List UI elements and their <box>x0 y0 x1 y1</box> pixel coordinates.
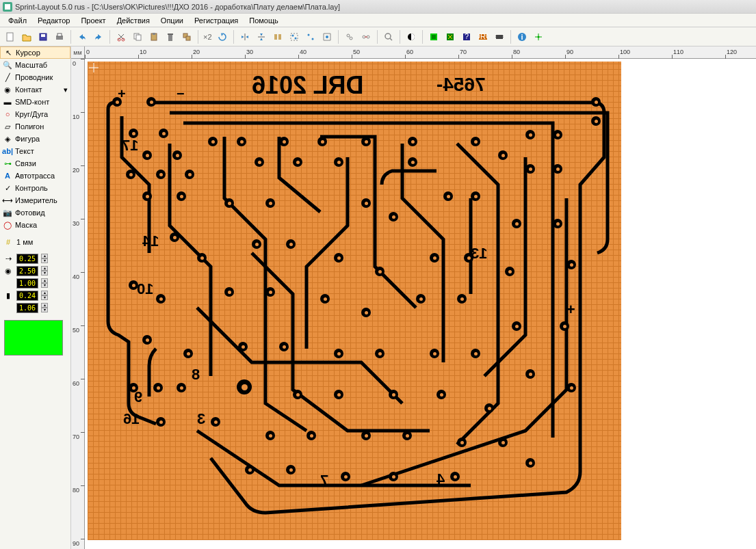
svg-rect-41 <box>503 36 504 36</box>
duplicate-button[interactable] <box>179 29 194 44</box>
tool-mask[interactable]: ◯Маска <box>0 219 70 231</box>
tool-autoroute[interactable]: AАвтотрасса <box>0 170 70 182</box>
svg-point-20 <box>291 34 294 36</box>
menu-help[interactable]: Помощь <box>244 15 284 26</box>
components-button[interactable] <box>492 29 507 44</box>
tool-pad[interactable]: ◉Контакт▾ <box>0 83 70 96</box>
cursor-icon: ↖ <box>3 48 13 57</box>
window-title: Sprint-Layout 5.0 rus - [C:\Users\OK\Pic… <box>15 3 340 11</box>
undo-button[interactable] <box>75 29 90 44</box>
pad-outer-param[interactable]: ◉2.50▴▾ <box>3 265 68 276</box>
menu-actions[interactable]: Действия <box>112 15 155 26</box>
svg-rect-14 <box>168 34 173 35</box>
mirror-h-button[interactable] <box>237 29 252 44</box>
spin-down[interactable]: ▾ <box>41 271 48 276</box>
menu-file[interactable]: Файл <box>3 15 32 26</box>
svg-rect-38 <box>496 35 503 39</box>
tool-polygon[interactable]: ▱Полигон <box>0 120 70 133</box>
origin-button[interactable] <box>531 29 546 44</box>
svg-rect-40 <box>495 37 496 38</box>
tool-shape[interactable]: ◈Фигура <box>0 133 70 145</box>
svg-rect-39 <box>495 36 496 36</box>
snap-button[interactable] <box>320 29 335 44</box>
width-icon: ⇢ <box>3 254 14 263</box>
spin-up[interactable]: ▴ <box>41 278 48 283</box>
layer2-button[interactable] <box>443 29 458 44</box>
open-button[interactable] <box>19 29 34 44</box>
group-button[interactable] <box>287 29 302 44</box>
link1-button[interactable] <box>342 29 357 44</box>
link-icon: ⊶ <box>3 159 12 168</box>
redo-button[interactable] <box>91 29 106 44</box>
cut-button[interactable] <box>114 29 129 44</box>
help-button[interactable]: ? <box>459 29 474 44</box>
menu-editor[interactable]: Редактор <box>32 15 75 26</box>
svg-rect-32 <box>432 35 436 39</box>
circle-icon: ○ <box>3 109 12 119</box>
svg-point-29 <box>385 34 391 39</box>
spin-up[interactable]: ▴ <box>41 254 48 258</box>
new-button[interactable] <box>3 29 18 44</box>
dropdown-icon: ▾ <box>64 85 68 94</box>
menu-registration[interactable]: Регистрация <box>189 15 244 26</box>
spin-down[interactable]: ▾ <box>41 308 48 312</box>
svg-rect-10 <box>136 35 141 40</box>
drc-button[interactable]: DRC <box>475 29 491 44</box>
layer-color-swatch[interactable] <box>4 320 63 356</box>
via-inner-param[interactable]: 1.06▴▾ <box>3 302 68 313</box>
pcb-canvas[interactable]: DRL 2016 7654- + − 17 14 13 10 + 8 9 16 … <box>85 59 756 549</box>
tool-cursor[interactable]: ↖Курсор <box>0 46 70 59</box>
save-button[interactable] <box>36 29 51 44</box>
spin-down[interactable]: ▾ <box>41 295 48 300</box>
info-button[interactable]: i <box>514 29 530 44</box>
rotate-button[interactable] <box>215 29 230 44</box>
svg-rect-16 <box>186 36 190 40</box>
tool-track[interactable]: ╱Проводник <box>0 71 70 83</box>
delete-button[interactable] <box>163 29 178 44</box>
app-icon <box>3 2 12 12</box>
spin-down[interactable]: ▾ <box>41 258 48 263</box>
zoom-label: ×2 <box>202 33 213 41</box>
ruler-horizontal: 0102030405060708090100110120 <box>85 46 756 59</box>
menu-bar: Файл Редактор Проект Действия Опции Реги… <box>0 14 756 27</box>
tool-check[interactable]: ✓Контроль <box>0 182 70 194</box>
tool-circle[interactable]: ○Круг/Дуга <box>0 108 70 120</box>
track-width-param[interactable]: ⇢0.25▴▾ <box>3 253 68 264</box>
canvas-area: мм 0102030405060708090100110120 01020304… <box>71 46 756 549</box>
spin-up[interactable]: ▴ <box>41 303 48 308</box>
svg-text:?: ? <box>464 32 468 40</box>
shape-icon: ◈ <box>3 134 12 144</box>
svg-rect-18 <box>278 34 281 40</box>
contrast-button[interactable] <box>404 29 419 44</box>
paste-button[interactable] <box>146 29 161 44</box>
mirror-v-button[interactable] <box>254 29 269 44</box>
tool-photo[interactable]: 📷Фотовид <box>0 206 70 219</box>
tool-link[interactable]: ⊶Связи <box>0 157 70 170</box>
zoom-fit-button[interactable] <box>381 29 396 44</box>
pad-inner-param[interactable]: 1.00▴▾ <box>3 278 68 289</box>
link2-button[interactable] <box>359 29 374 44</box>
pad-icon: ◉ <box>3 85 12 94</box>
tool-measure[interactable]: ⟷Измеритель <box>0 194 70 206</box>
print-button[interactable] <box>52 29 67 44</box>
tool-zoom[interactable]: 🔍Масштаб <box>0 59 70 71</box>
svg-rect-42 <box>503 37 504 38</box>
layer1-button[interactable] <box>426 29 441 44</box>
svg-rect-17 <box>274 34 277 40</box>
align-button[interactable] <box>270 29 285 44</box>
spin-down[interactable]: ▾ <box>41 283 48 288</box>
polygon-icon: ▱ <box>3 122 12 131</box>
svg-text:DRC: DRC <box>478 32 488 40</box>
copy-button[interactable] <box>130 29 145 44</box>
ungroup-button[interactable] <box>303 29 318 44</box>
tool-text[interactable]: ab|Текст <box>0 145 70 157</box>
via-outer-param[interactable]: ▮0.24▴▾ <box>3 290 68 301</box>
mask-icon: ◯ <box>3 220 12 230</box>
menu-options[interactable]: Опции <box>155 15 189 26</box>
tool-smd[interactable]: ▬SMD-конт <box>0 96 70 108</box>
grid-setting[interactable]: #1 мм <box>3 237 68 247</box>
spin-up[interactable]: ▴ <box>41 266 48 271</box>
spin-up[interactable]: ▴ <box>41 291 48 295</box>
menu-project[interactable]: Проект <box>75 15 111 26</box>
svg-point-22 <box>307 34 309 36</box>
